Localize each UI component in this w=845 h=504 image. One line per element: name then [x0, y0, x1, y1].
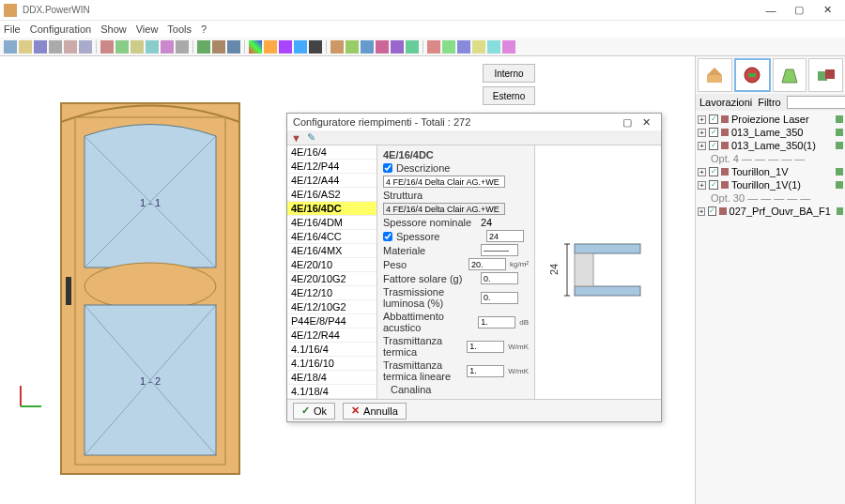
thumb-1[interactable] [698, 58, 732, 92]
tool-line-icon[interactable] [361, 40, 374, 53]
tool-view3-icon[interactable] [457, 40, 470, 53]
expand-icon[interactable]: + [698, 142, 706, 150]
tree[interactable]: +✓Proiezione Laser+✓013_Lame_350+✓013_La… [696, 111, 845, 504]
descrizione-field[interactable] [383, 176, 505, 188]
tool-rect-icon[interactable] [330, 40, 344, 53]
tool-paint-icon[interactable] [264, 40, 277, 53]
expand-icon[interactable]: + [698, 181, 706, 190]
tool-undo-icon[interactable] [100, 40, 114, 53]
tool-save-icon[interactable] [34, 40, 47, 53]
spessore-checkbox[interactable] [383, 232, 392, 241]
tree-row[interactable]: +✓Tourillon_1V(1) [698, 178, 843, 191]
descrizione-checkbox[interactable] [383, 163, 392, 173]
list-item[interactable]: 4E/12/R44 [287, 328, 376, 343]
menu-show[interactable]: Show [100, 23, 127, 35]
expand-icon[interactable]: + [698, 168, 706, 176]
spessore-field[interactable] [486, 230, 524, 242]
tree-row[interactable]: +✓013_Lame_350(1) [698, 139, 843, 152]
fattore-solare-field[interactable] [481, 272, 518, 284]
tool-arc-icon[interactable] [391, 40, 404, 53]
list-item[interactable]: 4E/20/10 [287, 258, 376, 272]
expand-icon[interactable]: + [698, 207, 705, 216]
list-item[interactable]: 4E/12/10G2 [287, 300, 376, 314]
thumb-3[interactable] [773, 58, 807, 92]
tool-grid-icon[interactable] [176, 40, 189, 53]
tool-brush-icon[interactable] [279, 40, 292, 53]
tool-pan-icon[interactable] [146, 40, 159, 53]
tool-poly-icon[interactable] [376, 40, 389, 53]
tool-redo-icon[interactable] [115, 40, 129, 53]
tool-3d-icon[interactable] [487, 40, 500, 53]
tool-measure-icon[interactable] [161, 40, 174, 53]
tool-text-icon[interactable] [309, 40, 322, 53]
list-item[interactable]: 4.1/16/10 [287, 357, 376, 371]
menu-tools[interactable]: Tools [167, 23, 192, 35]
trasm-termica-field[interactable] [467, 341, 504, 353]
esterno-button[interactable]: Esterno [483, 86, 535, 105]
tool-view4-icon[interactable] [472, 40, 485, 53]
expand-icon[interactable]: + [698, 129, 706, 137]
tree-checkbox[interactable]: ✓ [709, 128, 718, 137]
tree-checkbox[interactable]: ✓ [709, 115, 718, 124]
dialog-close-button[interactable]: ✕ [637, 116, 655, 129]
tool-view2-icon[interactable] [442, 40, 455, 53]
tool-new-icon[interactable] [4, 40, 17, 53]
tool-dim-icon[interactable] [406, 40, 419, 53]
trasm-termica-lin-field[interactable] [467, 365, 504, 377]
dlg-tool-edit-icon[interactable]: ✎ [307, 131, 315, 144]
tree-checkbox[interactable]: ✓ [709, 141, 718, 150]
interno-button[interactable]: Interno [483, 64, 535, 83]
thumb-2[interactable] [734, 58, 771, 92]
tree-row[interactable]: +✓Tourillon_1V [698, 165, 843, 178]
peso-field[interactable] [469, 258, 506, 270]
tool-layers-icon[interactable] [227, 40, 240, 53]
list-item[interactable]: P44E/8/P44 [287, 314, 376, 328]
tool-open-icon[interactable] [19, 40, 32, 53]
dialog-titlebar[interactable]: Configuratore riempimenti - Totali : 272… [287, 114, 661, 130]
filtro-input[interactable] [787, 96, 845, 109]
canvas[interactable]: 1 - 1 1 - 2 Interno Esterno Configurator… [0, 56, 695, 504]
list-item[interactable]: 4E/12/P44 [287, 160, 376, 174]
list-item[interactable]: 4E/16/4DC [287, 202, 376, 216]
tool-fill-icon[interactable] [294, 40, 307, 53]
tree-row[interactable]: Opt. 4 — — — — — [698, 152, 843, 165]
trasmissione-lum-field[interactable] [481, 292, 518, 304]
ok-button[interactable]: ✓Ok [293, 403, 335, 420]
list-item[interactable]: 4E/16/4 [287, 145, 376, 160]
tree-row[interactable]: +✓Proiezione Laser [698, 113, 843, 126]
dlg-tool-filter-icon[interactable]: ▼ [291, 132, 301, 144]
menu-view[interactable]: View [136, 23, 159, 35]
list-item[interactable]: 4E/16/AS2 [287, 188, 376, 202]
tree-row[interactable]: Opt. 30 — — — — — [698, 191, 843, 205]
close-button[interactable]: ✕ [813, 0, 841, 21]
expand-icon[interactable]: + [698, 115, 706, 124]
menu-help[interactable]: ? [201, 23, 207, 35]
list-item[interactable]: 4.1/18/4 [287, 385, 376, 399]
list-item[interactable]: 4E/20/10G2 [287, 272, 376, 286]
list-item[interactable]: 4.1/16/4 [287, 343, 376, 357]
dialog-maximize-button[interactable]: ▢ [618, 116, 637, 129]
materiale-field[interactable] [481, 244, 518, 256]
tree-checkbox[interactable]: ✓ [709, 180, 718, 190]
tool-shield-icon[interactable] [197, 40, 210, 53]
minimize-button[interactable]: — [757, 0, 785, 21]
dialog-list[interactable]: 4E/16/44E/12/P444E/12/A444E/16/AS24E/16/… [287, 145, 377, 399]
maximize-button[interactable]: ▢ [785, 0, 813, 21]
tool-zoom-icon[interactable] [131, 40, 144, 53]
abbattimento-field[interactable] [478, 316, 515, 328]
menu-configuration[interactable]: Configuration [30, 23, 91, 35]
list-item[interactable]: 4E/18/4 [287, 371, 376, 385]
list-item[interactable]: 4E/12/A44 [287, 174, 376, 188]
tree-checkbox[interactable]: ✓ [708, 206, 716, 216]
thumb-4[interactable] [808, 58, 843, 92]
list-item[interactable]: 4E/12/10 [287, 286, 376, 300]
tool-gear-icon[interactable] [212, 40, 225, 53]
tool-cut-icon[interactable] [64, 40, 77, 53]
tool-iso-icon[interactable] [502, 40, 515, 53]
cancel-button[interactable]: ✕Annulla [343, 403, 407, 420]
list-item[interactable]: 4E/16/4DM [287, 216, 376, 230]
tool-circle-icon[interactable] [346, 40, 359, 53]
menu-file[interactable]: File [4, 23, 21, 35]
tool-color-icon[interactable] [249, 40, 262, 53]
tool-copy-icon[interactable] [79, 40, 92, 53]
